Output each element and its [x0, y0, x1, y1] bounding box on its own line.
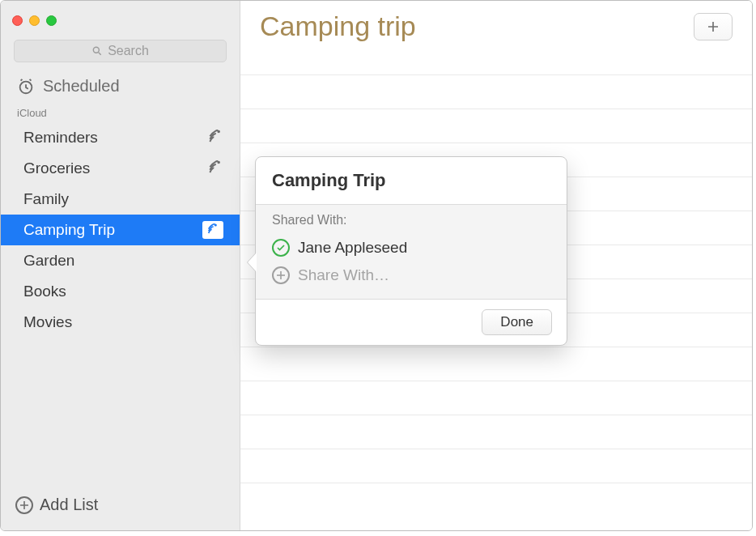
share-icon [207, 160, 223, 177]
sidebar-item-groceries[interactable]: Groceries [1, 153, 240, 184]
sidebar-item-camping-trip[interactable]: Camping Trip [1, 215, 240, 245]
sidebar-item-label: Reminders [23, 129, 98, 147]
window-controls [12, 15, 57, 26]
sidebar-item-family[interactable]: Family [1, 184, 240, 215]
plus-icon [706, 19, 720, 34]
zoom-window-button[interactable] [46, 15, 57, 26]
svg-point-3 [218, 131, 219, 133]
list-row[interactable] [240, 74, 752, 108]
list-row[interactable] [240, 449, 752, 483]
done-button[interactable]: Done [482, 309, 552, 335]
scheduled-section[interactable]: Scheduled [1, 70, 240, 105]
share-icon [206, 223, 219, 236]
minimize-window-button[interactable] [29, 15, 40, 26]
list-row[interactable] [240, 381, 752, 415]
sidebar-item-movies[interactable]: Movies [1, 307, 240, 338]
sidebar-item-label: Movies [23, 313, 72, 331]
shared-person-row[interactable]: Jane Appleseed [272, 234, 550, 262]
add-list-label: Add List [40, 496, 98, 514]
share-with-placeholder: Share With… [298, 266, 389, 284]
list-row[interactable] [240, 347, 752, 381]
popover-title: Camping Trip [256, 157, 567, 205]
share-icon [207, 130, 223, 146]
sidebar-item-label: Family [23, 190, 69, 208]
sidebar-item-label: Garden [23, 252, 74, 270]
add-list-button[interactable]: Add List [1, 484, 240, 530]
svg-point-0 [93, 47, 99, 53]
add-reminder-button[interactable] [694, 13, 733, 40]
sidebar-item-label: Groceries [23, 160, 90, 177]
shared-person-name: Jane Appleseed [298, 239, 407, 257]
popover-footer: Done [256, 300, 567, 345]
list-row[interactable] [240, 108, 752, 143]
plus-circle-icon [15, 496, 33, 514]
sidebar-list: Reminders Groceries Family Camping Trip [1, 122, 240, 338]
sidebar-item-label: Camping Trip [23, 221, 115, 239]
sidebar-item-books[interactable]: Books [1, 276, 240, 307]
svg-point-5 [215, 224, 216, 225]
search-placeholder: Search [108, 44, 149, 58]
list-row[interactable] [240, 483, 752, 517]
checkmark-icon [272, 239, 290, 257]
sidebar: Search Scheduled iCloud Reminders Grocer… [1, 1, 240, 530]
sidebar-item-garden[interactable]: Garden [1, 245, 240, 276]
clock-icon [17, 78, 35, 96]
plus-circle-icon [272, 266, 290, 284]
popover-arrow [248, 253, 257, 272]
close-window-button[interactable] [12, 15, 23, 26]
search-input[interactable]: Search [14, 40, 227, 62]
list-row[interactable] [240, 415, 752, 449]
popover-body: Shared With: Jane Appleseed Share With… [256, 205, 567, 300]
main-header: Camping trip [240, 1, 752, 50]
share-with-input[interactable]: Share With… [272, 262, 550, 289]
scheduled-label: Scheduled [43, 77, 120, 96]
search-icon [91, 45, 103, 57]
share-popover: Camping Trip Shared With: Jane Appleseed… [255, 156, 567, 346]
app-window: Search Scheduled iCloud Reminders Grocer… [0, 0, 753, 531]
sidebar-item-reminders[interactable]: Reminders [1, 122, 240, 153]
svg-line-1 [99, 53, 101, 55]
page-title: Camping trip [260, 11, 416, 42]
svg-point-4 [218, 162, 219, 164]
sidebar-item-label: Books [23, 283, 66, 300]
titlebar [1, 1, 240, 40]
shared-with-label: Shared With: [272, 213, 550, 228]
account-group-label: iCloud [1, 105, 240, 122]
